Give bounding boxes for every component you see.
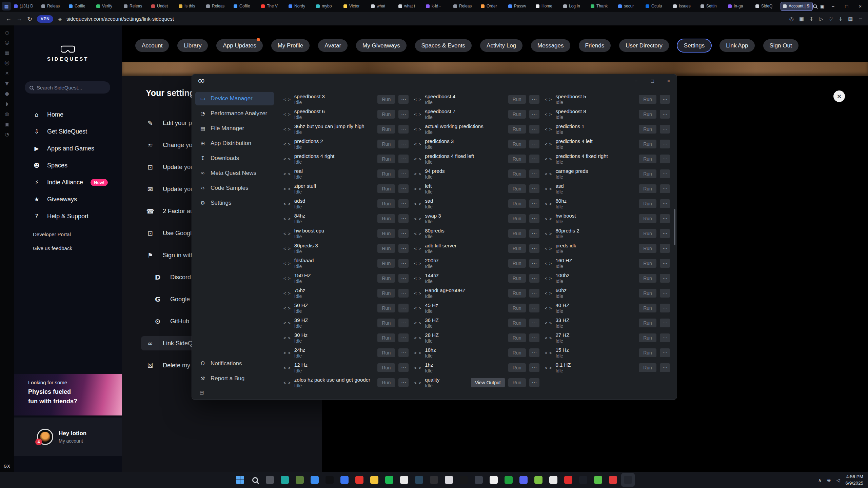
address-bar[interactable]: sidequestvr.com/account/settings/link-si… [66,16,785,22]
run-button[interactable]: Run [639,169,656,178]
more-options-button[interactable]: ⋯ [529,184,539,193]
run-button[interactable]: Run [377,229,395,238]
more-options-button[interactable]: ⋯ [398,110,409,119]
run-button[interactable]: Run [639,363,656,372]
run-button[interactable]: Run [508,378,526,387]
nav-pill[interactable]: My Giveaways [356,39,407,52]
sidequest-search[interactable] [25,81,110,94]
mqdh-nav-item[interactable]: ⊞ App Distribution [195,137,274,150]
nav-pill[interactable]: User Directory [619,39,669,52]
more-options-button[interactable]: ⋯ [660,333,670,342]
account-row[interactable]: 4 Hey lotion My account [14,418,122,456]
more-options-button[interactable]: ⋯ [398,125,409,134]
taskbar-app[interactable] [487,473,500,487]
mqdh-nav-item[interactable]: ⚙ Settings [195,196,274,210]
run-button[interactable]: Run [508,229,526,238]
more-options-button[interactable]: ⋯ [529,155,539,163]
browser-tab[interactable]: what t [396,2,423,11]
rail-icon[interactable]: ◔ [5,132,9,137]
back-button[interactable]: ← [5,15,12,22]
rail-icon[interactable]: ☺ [4,40,9,45]
more-options-button[interactable]: ⋯ [660,214,670,223]
more-options-button[interactable]: ⋯ [398,140,409,148]
browser-tab[interactable]: In-ga [726,2,752,11]
browser-tab[interactable]: Releas [39,2,66,11]
run-button[interactable]: Run [639,110,656,119]
taskbar-app[interactable] [233,473,247,487]
taskbar-app[interactable] [621,473,635,487]
browser-tab[interactable]: mybo [314,2,340,11]
nav-pill[interactable]: Activity Log [480,39,522,52]
sidebar-nav-item[interactable]: ? Help & Support [14,208,122,225]
run-button[interactable]: Run [377,378,395,387]
taskbar-app[interactable] [442,473,456,487]
browser-tab[interactable]: Gofile [66,2,93,11]
more-options-button[interactable]: ⋯ [398,155,409,163]
taskbar-app[interactable] [561,473,575,487]
mqdh-maximize-button[interactable]: □ [644,74,660,87]
more-options-button[interactable]: ⋯ [529,363,539,372]
more-options-button[interactable]: ⋯ [660,274,670,283]
run-button[interactable]: Run [377,169,395,178]
more-options-button[interactable]: ⋯ [398,259,409,268]
rail-icon[interactable]: ▦ [5,50,9,55]
snapshot-icon[interactable]: ▣ [799,16,804,22]
more-options-button[interactable]: ⋯ [529,244,539,253]
more-options-button[interactable]: ⋯ [398,304,409,312]
search-input[interactable] [37,85,105,90]
rail-icon[interactable]: ◗ [6,101,8,106]
taskbar-app[interactable] [263,473,277,487]
taskbar-app[interactable] [532,473,545,487]
taskbar-app[interactable] [427,473,441,487]
mqdh-close-button[interactable]: × [660,74,677,87]
more-options-button[interactable]: ⋯ [660,259,670,268]
rail-icon[interactable]: Ⓜ [4,61,9,65]
vpn-badge[interactable]: VPN [37,15,53,23]
run-button[interactable]: Run [508,274,526,283]
nav-pill[interactable]: Friends [579,39,611,52]
run-button[interactable]: Run [508,155,526,163]
browser-tab[interactable]: Passw [506,2,533,11]
mqdh-minimize-button[interactable]: − [628,74,644,87]
more-options-button[interactable]: ⋯ [660,244,670,253]
panels-icon[interactable]: ▣ [820,3,825,9]
nav-pill[interactable]: App Updates [216,39,262,52]
more-options-button[interactable]: ⋯ [660,363,670,372]
run-button[interactable]: Run [377,184,395,193]
more-options-button[interactable]: ⋯ [529,289,539,298]
run-button[interactable]: Run [508,110,526,119]
more-options-button[interactable]: ⋯ [660,319,670,327]
more-options-button[interactable]: ⋯ [398,95,409,104]
browser-tab[interactable]: Log in [561,2,588,11]
run-button[interactable]: Run [639,140,656,148]
run-button[interactable]: Run [377,363,395,372]
taskbar-app[interactable] [591,473,605,487]
tab-search-icon[interactable] [813,4,817,8]
run-button[interactable]: Run [377,125,395,134]
mqdh-nav-item[interactable]: ‹› Code Samples [195,181,274,195]
run-button[interactable]: Run [508,95,526,104]
taskbar-app[interactable] [308,473,321,487]
more-options-button[interactable]: ⋯ [660,155,670,163]
run-button[interactable]: Run [377,304,395,312]
run-button[interactable]: Run [639,319,656,327]
more-options-button[interactable]: ⋯ [529,140,539,148]
more-options-button[interactable]: ⋯ [529,229,539,238]
more-options-button[interactable]: ⋯ [398,229,409,238]
taskbar-app[interactable] [547,473,560,487]
chevron-up-icon[interactable]: ∧ [818,477,822,483]
nav-pill[interactable]: My Profile [271,39,310,52]
run-button[interactable]: Run [508,199,526,208]
taskbar-app[interactable] [278,473,292,487]
favorites-icon[interactable]: ♡ [828,16,833,22]
taskbar-app[interactable] [606,473,620,487]
more-options-button[interactable]: ⋯ [398,378,409,387]
run-button[interactable]: Run [639,333,656,342]
more-options-button[interactable]: ⋯ [398,274,409,283]
promo-card[interactable]: Looking for some Physics fueled fun with… [14,374,122,415]
window-maximize-button[interactable]: □ [842,1,852,11]
sidebar-link[interactable]: Give us feedback [33,245,72,251]
taskbar-app[interactable] [502,473,515,487]
volume-icon[interactable]: ◁ [836,477,840,483]
run-button[interactable]: Run [377,95,395,104]
